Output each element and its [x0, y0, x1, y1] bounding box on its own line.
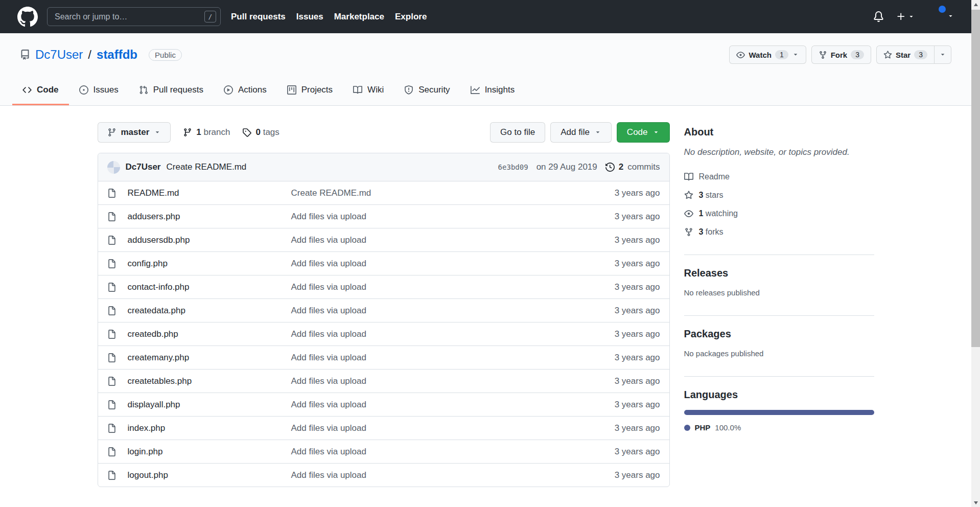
breadcrumb: Dc7User / staffdb Public	[20, 48, 182, 62]
file-icon	[107, 283, 116, 292]
tab-issues[interactable]: Issues	[69, 76, 129, 105]
file-name-link[interactable]: README.md	[128, 188, 179, 198]
top-nav-pull-requests[interactable]: Pull requests	[231, 12, 286, 22]
file-icon	[107, 424, 116, 433]
about-stat-forks[interactable]: 3 forks	[684, 223, 874, 241]
file-name-link[interactable]: index.php	[128, 423, 166, 433]
branch-count: 1	[196, 127, 201, 137]
tab-insights[interactable]: Insights	[460, 76, 525, 105]
file-name-link[interactable]: config.php	[128, 259, 168, 268]
add-file-button[interactable]: Add file	[550, 122, 612, 143]
file-commit-message-link[interactable]: Create README.md	[291, 188, 371, 198]
about-stat-watching[interactable]: 1 watching	[684, 204, 874, 223]
commit-message-link[interactable]: Create README.md	[167, 162, 247, 172]
branches-link[interactable]: 1 branch	[183, 127, 230, 137]
file-name-link[interactable]: addusersdb.php	[128, 235, 190, 245]
file-commit-message-link[interactable]: Add files via upload	[291, 376, 366, 386]
play-icon	[224, 85, 233, 95]
top-nav-explore[interactable]: Explore	[395, 12, 427, 22]
code-icon	[22, 85, 32, 95]
commit-author-avatar[interactable]	[107, 161, 120, 174]
file-commit-message-link[interactable]: Add files via upload	[291, 470, 366, 480]
create-new-button[interactable]	[896, 12, 915, 21]
file-name-link[interactable]: createmany.php	[128, 353, 190, 362]
triangle-down-icon	[792, 51, 799, 58]
go-to-file-button[interactable]: Go to file	[490, 122, 545, 143]
file-commit-message-link[interactable]: Add files via upload	[291, 235, 366, 245]
file-commit-message-link[interactable]: Add files via upload	[291, 259, 366, 268]
packages-title: Packages	[684, 328, 874, 340]
file-row: createmany.php Add files via upload 3 ye…	[98, 345, 669, 369]
file-name-link[interactable]: login.php	[128, 447, 163, 456]
file-age: 3 years ago	[578, 353, 660, 363]
tab-code[interactable]: Code	[12, 76, 69, 105]
notifications-bell-icon[interactable]	[873, 11, 884, 22]
file-commit-message-link[interactable]: Add files via upload	[291, 353, 366, 362]
code-button-label: Code	[627, 127, 648, 137]
packages-section: Packages No packages published	[684, 316, 874, 377]
language-legend-item[interactable]: PHP 100.0%	[684, 423, 874, 432]
triangle-down-icon	[652, 129, 660, 136]
language-bar	[684, 410, 874, 415]
fork-button[interactable]: Fork 3	[811, 45, 871, 64]
visibility-badge: Public	[149, 49, 182, 61]
commit-author-link[interactable]: Dc7User	[126, 162, 161, 172]
about-stat-readme[interactable]: Readme	[684, 168, 874, 186]
file-name-link[interactable]: logout.php	[128, 470, 168, 480]
search-input[interactable]	[47, 7, 221, 26]
repo-name-link[interactable]: staffdb	[97, 48, 137, 62]
file-commit-message-link[interactable]: Add files via upload	[291, 447, 366, 456]
file-row: addusersdb.php Add files via upload 3 ye…	[98, 228, 669, 251]
latest-commit-bar: Dc7User Create README.md 6e3bd09 on 29 A…	[98, 153, 669, 181]
repo-header: Dc7User / staffdb Public Watch 1 Fork 3 …	[0, 33, 971, 106]
about-stat-stars[interactable]: 3 stars	[684, 186, 874, 204]
file-row: createtables.php Add files via upload 3 …	[98, 369, 669, 393]
commit-meta: 6e3bd09 on 29 Aug 2019 2 commits	[498, 162, 660, 172]
file-name-link[interactable]: createtables.php	[128, 376, 192, 386]
code-download-button[interactable]: Code	[617, 122, 670, 143]
tab-pull-requests[interactable]: Pull requests	[129, 76, 214, 105]
file-commit-message-link[interactable]: Add files via upload	[291, 400, 366, 409]
watch-count: 1	[775, 50, 788, 59]
star-button[interactable]: Star 3	[876, 45, 935, 64]
git-branch-icon	[183, 128, 192, 137]
repo-owner-link[interactable]: Dc7User	[35, 48, 83, 62]
main-content: master 1 branch 0 tags Go to file Add fi	[98, 106, 874, 487]
top-nav-issues[interactable]: Issues	[296, 12, 323, 22]
file-commit-message-link[interactable]: Add files via upload	[291, 212, 366, 221]
file-name-link[interactable]: createdb.php	[128, 329, 178, 339]
top-nav-marketplace[interactable]: Marketplace	[334, 12, 384, 22]
file-name-link[interactable]: addusers.php	[128, 212, 180, 221]
file-commit-message-link[interactable]: Add files via upload	[291, 306, 366, 315]
branch-selector-button[interactable]: master	[98, 122, 171, 143]
file-icon	[107, 447, 116, 456]
file-name-link[interactable]: createdata.php	[128, 306, 185, 315]
releases-title: Releases	[684, 267, 874, 279]
git-branch-icon	[107, 128, 116, 137]
triangle-down-icon	[908, 13, 915, 20]
scrollbar-thumb[interactable]	[971, 10, 980, 347]
file-icon	[107, 330, 116, 339]
commit-history-link[interactable]: 2 commits	[605, 162, 660, 172]
github-logo-icon[interactable]	[17, 7, 38, 27]
languages-title: Languages	[684, 389, 874, 401]
repo-icon	[20, 50, 30, 60]
tab-security[interactable]: Security	[394, 76, 460, 105]
file-name-link[interactable]: contact-info.php	[128, 282, 190, 292]
tab-actions[interactable]: Actions	[214, 76, 277, 105]
file-commit-message-link[interactable]: Add files via upload	[291, 282, 366, 292]
tab-wiki[interactable]: Wiki	[343, 76, 394, 105]
star-dropdown-button[interactable]	[935, 45, 951, 64]
tags-link[interactable]: 0 tags	[242, 127, 279, 137]
graph-icon	[471, 85, 480, 95]
watch-button[interactable]: Watch 1	[729, 45, 806, 64]
file-commit-message-link[interactable]: Add files via upload	[291, 423, 366, 433]
file-icon	[107, 377, 116, 386]
file-name-link[interactable]: displayall.php	[128, 400, 180, 409]
tab-projects[interactable]: Projects	[277, 76, 343, 105]
scrollbar-up-arrow[interactable]	[971, 0, 980, 9]
commit-sha-link[interactable]: 6e3bd09	[498, 163, 528, 171]
user-menu-button[interactable]	[927, 8, 954, 26]
file-commit-message-link[interactable]: Add files via upload	[291, 329, 366, 339]
scrollbar-down-arrow[interactable]	[971, 498, 980, 507]
